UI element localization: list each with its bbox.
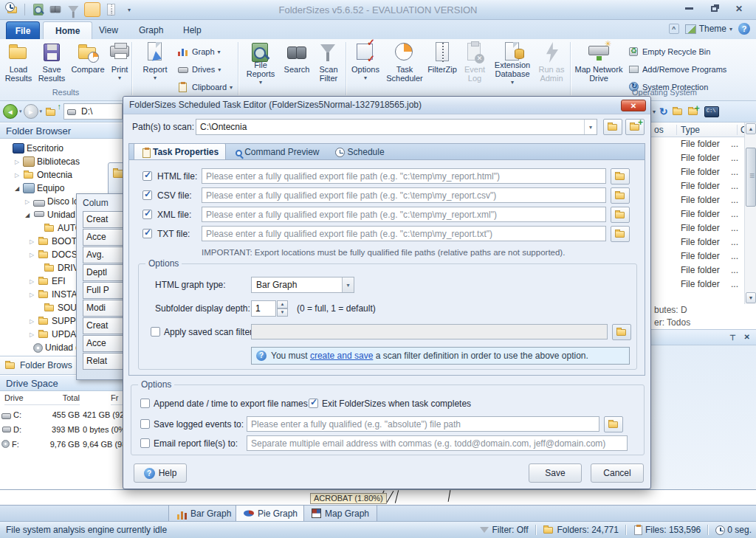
spin-up-icon[interactable]: ▲: [277, 300, 288, 308]
list-item[interactable]: File folder...: [651, 277, 744, 292]
csv-file-field[interactable]: [202, 187, 606, 203]
expand-icon[interactable]: [28, 238, 35, 245]
tab-bar-graph[interactable]: Bar Graph: [168, 506, 239, 522]
tree-item[interactable]: UPDAT: [28, 328, 81, 341]
tree-item[interactable]: INSTAL: [28, 288, 82, 301]
browse-csv-button[interactable]: [611, 187, 630, 204]
tab-pie-graph[interactable]: Pie Graph: [236, 506, 306, 522]
new-folder-icon[interactable]: [687, 106, 701, 117]
browse-filter-button[interactable]: [612, 324, 631, 340]
help-button[interactable]: Help: [134, 463, 187, 483]
report-button[interactable]: Report: [137, 41, 173, 87]
address-dropdown-icon[interactable]: [653, 108, 656, 115]
load-results-button[interactable]: Load Results: [1, 41, 35, 87]
tab-home[interactable]: Home: [43, 21, 92, 39]
chevron-down-icon[interactable]: [584, 120, 597, 134]
clipboard-menu-button[interactable]: Clipboard: [177, 80, 233, 94]
path-input[interactable]: [196, 122, 584, 132]
exit-when-complete-checkbox[interactable]: [309, 399, 318, 408]
tab-command-preview[interactable]: Command Preview: [227, 144, 326, 160]
list-item[interactable]: File folder...: [651, 235, 744, 249]
log-path-field[interactable]: [247, 416, 599, 432]
expand-icon[interactable]: [28, 278, 35, 285]
expand-icon[interactable]: [28, 331, 35, 338]
log-path-input[interactable]: [247, 417, 599, 431]
tab-help[interactable]: Help: [171, 21, 213, 39]
scan-filter-button[interactable]: Scan Filter: [313, 41, 344, 87]
graph-type-select[interactable]: Bar Graph: [251, 277, 354, 293]
ribbon-collapse-icon[interactable]: [669, 24, 679, 34]
save-logged-events-checkbox[interactable]: [140, 419, 150, 429]
options-button[interactable]: Options: [348, 41, 382, 87]
html-file-field[interactable]: [202, 168, 606, 184]
browse-html-button[interactable]: [611, 168, 630, 184]
search-button[interactable]: Search: [282, 41, 312, 87]
depth-stepper[interactable]: ▲▼: [251, 300, 288, 317]
compare-button[interactable]: Compare: [68, 41, 108, 87]
csv-file-input[interactable]: [202, 188, 605, 202]
drive-row[interactable]: F:: [1, 437, 34, 452]
filter-status[interactable]: Filter: Off: [480, 525, 528, 535]
list-item[interactable]: File folder...: [651, 137, 744, 151]
column-header-total[interactable]: Total: [34, 391, 80, 405]
forward-button[interactable]: [24, 104, 38, 119]
txt-file-checkbox[interactable]: [142, 229, 152, 238]
close-button[interactable]: [729, 3, 749, 14]
open-folder-icon[interactable]: [672, 106, 684, 117]
expand-icon[interactable]: [28, 318, 35, 325]
html-file-checkbox[interactable]: [142, 171, 152, 181]
list-item[interactable]: File folder...: [651, 151, 744, 165]
tab-schedule[interactable]: Schedule: [328, 144, 391, 160]
tree-item[interactable]: Bibliotecas: [13, 155, 80, 168]
cancel-button[interactable]: Cancel: [591, 463, 644, 483]
pin-icon[interactable]: [729, 334, 737, 342]
tree-item[interactable]: Escritorio: [3, 142, 63, 155]
print-button[interactable]: Print: [106, 41, 133, 87]
map-network-drive-button[interactable]: Map Network Drive: [574, 41, 623, 87]
tree-item[interactable]: DOCS: [28, 248, 78, 261]
xml-file-field[interactable]: [202, 207, 606, 222]
create-and-save-link[interactable]: create and save: [310, 351, 373, 361]
dialog-close-button[interactable]: [621, 100, 646, 111]
browse-folder-button[interactable]: [603, 119, 622, 135]
tab-task-properties[interactable]: Task Properties: [134, 143, 226, 160]
tree-item[interactable]: Equipo: [13, 182, 64, 195]
back-button[interactable]: [3, 104, 18, 119]
tab-file[interactable]: File: [6, 21, 40, 39]
tree-item[interactable]: Ontecnia: [13, 168, 72, 182]
expand-icon[interactable]: [24, 199, 31, 205]
browse-txt-button[interactable]: [611, 226, 630, 242]
browse-xml-button[interactable]: [611, 207, 630, 223]
xml-file-input[interactable]: [202, 207, 605, 221]
help-icon[interactable]: [738, 23, 750, 35]
list-item[interactable]: File folder...: [651, 193, 744, 207]
tree-item[interactable]: BOOT: [28, 235, 77, 248]
expand-icon[interactable]: [13, 159, 21, 165]
expand-icon[interactable]: [28, 292, 35, 298]
scan-filter-checkbox[interactable]: [151, 327, 160, 337]
list-item[interactable]: File folder...: [651, 165, 744, 179]
txt-file-field[interactable]: [202, 226, 606, 241]
txt-file-input[interactable]: [202, 227, 605, 241]
refresh-icon[interactable]: [659, 106, 668, 117]
file-reports-button[interactable]: File Reports: [241, 41, 281, 87]
address-box[interactable]: D:\: [63, 103, 123, 120]
expand-icon[interactable]: [28, 252, 35, 258]
tree-item[interactable]: SUPPO: [28, 314, 83, 328]
tree-item[interactable]: Unidad d: [24, 208, 83, 221]
tab-view[interactable]: View: [87, 21, 130, 39]
column-header-attributes[interactable]: os: [651, 125, 676, 135]
list-item[interactable]: File folder...: [651, 221, 744, 235]
empty-recycle-bin-button[interactable]: Empty Recycle Bin: [628, 45, 710, 58]
save-button[interactable]: Save: [529, 463, 582, 483]
tree-item[interactable]: Unidad d: [24, 341, 80, 354]
scroll-down-icon[interactable]: ▼: [746, 292, 756, 303]
task-scheduler-button[interactable]: Task Scheduler: [384, 41, 425, 87]
tree-item[interactable]: Disco loc: [24, 195, 83, 208]
list-item[interactable]: File folder...: [651, 249, 744, 263]
tree-item[interactable]: EFI: [28, 275, 66, 288]
list-item[interactable]: File folder...: [651, 179, 744, 193]
command-prompt-icon[interactable]: [704, 106, 719, 117]
email-field[interactable]: [247, 435, 628, 451]
append-datetime-checkbox[interactable]: [140, 399, 150, 408]
